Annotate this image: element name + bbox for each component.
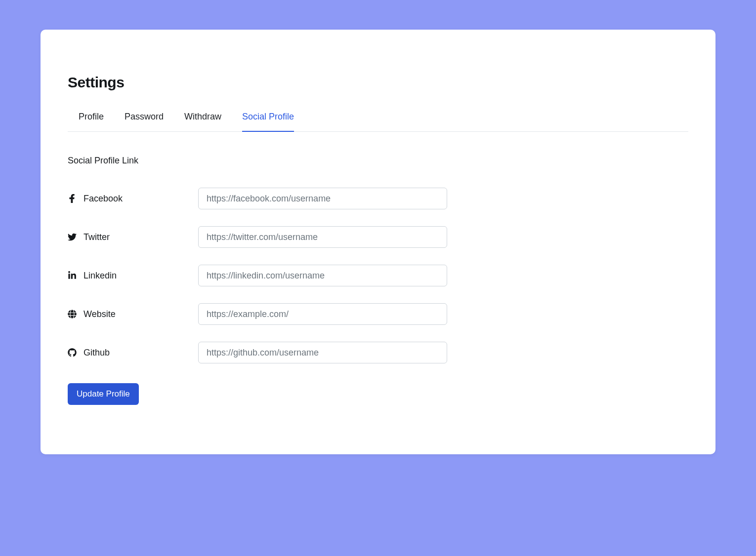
linkedin-icon bbox=[68, 271, 77, 280]
facebook-label-text: Facebook bbox=[84, 194, 123, 204]
twitter-label-text: Twitter bbox=[84, 232, 110, 242]
github-icon bbox=[68, 348, 77, 357]
settings-tabs: Profile Password Withdraw Social Profile bbox=[68, 112, 688, 132]
page-title: Settings bbox=[68, 74, 688, 91]
tab-profile[interactable]: Profile bbox=[79, 112, 104, 132]
twitter-input[interactable] bbox=[198, 226, 447, 248]
twitter-row: Twitter bbox=[68, 226, 688, 248]
twitter-label: Twitter bbox=[68, 232, 198, 242]
website-input[interactable] bbox=[198, 303, 447, 325]
linkedin-label: Linkedin bbox=[68, 271, 198, 281]
settings-card: Settings Profile Password Withdraw Socia… bbox=[41, 30, 715, 454]
tab-social-profile[interactable]: Social Profile bbox=[242, 112, 294, 132]
linkedin-input[interactable] bbox=[198, 265, 447, 286]
github-input[interactable] bbox=[198, 342, 447, 363]
website-label-text: Website bbox=[84, 309, 116, 319]
website-label: Website bbox=[68, 309, 198, 319]
linkedin-label-text: Linkedin bbox=[84, 271, 117, 281]
twitter-icon bbox=[68, 233, 77, 241]
facebook-input[interactable] bbox=[198, 188, 447, 209]
tab-password[interactable]: Password bbox=[125, 112, 164, 132]
github-label-text: Github bbox=[84, 348, 110, 358]
github-label: Github bbox=[68, 348, 198, 358]
facebook-icon bbox=[68, 194, 77, 203]
section-title: Social Profile Link bbox=[68, 156, 688, 166]
globe-icon bbox=[68, 310, 77, 318]
website-row: Website bbox=[68, 303, 688, 325]
github-row: Github bbox=[68, 342, 688, 363]
facebook-row: Facebook bbox=[68, 188, 688, 209]
update-profile-button[interactable]: Update Profile bbox=[68, 383, 139, 405]
linkedin-row: Linkedin bbox=[68, 265, 688, 286]
tab-withdraw[interactable]: Withdraw bbox=[184, 112, 221, 132]
facebook-label: Facebook bbox=[68, 194, 198, 204]
